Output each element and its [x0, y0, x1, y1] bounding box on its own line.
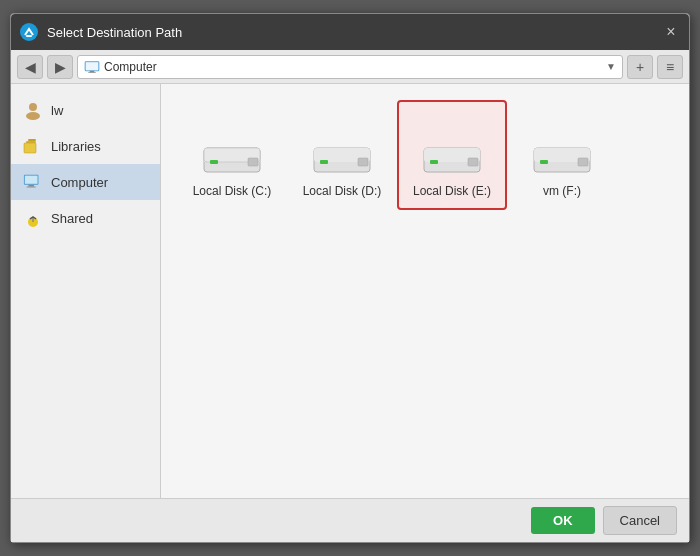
file-item-disk-c-label: Local Disk (C:) — [193, 184, 272, 198]
view-toggle-button[interactable]: ≡ — [657, 55, 683, 79]
svg-rect-8 — [24, 143, 36, 153]
address-bar[interactable]: Computer ▼ — [77, 55, 623, 79]
user-icon — [23, 100, 43, 120]
svg-rect-1 — [26, 35, 32, 37]
sidebar-item-libraries[interactable]: Libraries — [11, 128, 160, 164]
file-item-disk-f[interactable]: vm (F:) — [507, 100, 617, 210]
file-area: Local Disk (C:) Local Disk (D:) — [161, 84, 689, 498]
svg-rect-23 — [248, 158, 258, 166]
bottom-bar: OK Cancel — [11, 498, 689, 542]
svg-rect-5 — [88, 72, 96, 73]
file-item-disk-d[interactable]: Local Disk (D:) — [287, 100, 397, 210]
app-icon — [19, 22, 39, 42]
svg-rect-4 — [90, 70, 95, 72]
svg-rect-3 — [85, 61, 99, 70]
new-folder-button[interactable]: + — [627, 55, 653, 79]
dialog-title: Select Destination Path — [47, 25, 661, 40]
sidebar-item-lw-label: lw — [51, 103, 63, 118]
ok-button[interactable]: OK — [531, 507, 595, 534]
svg-rect-9 — [26, 141, 36, 143]
toolbar: ◀ ▶ Computer ▼ + ≡ — [11, 50, 689, 84]
svg-point-7 — [26, 112, 40, 120]
drive-icon-c — [200, 140, 264, 178]
drive-icon-e — [420, 140, 484, 178]
sidebar-item-computer-label: Computer — [51, 175, 108, 190]
file-item-disk-e[interactable]: Local Disk (E:) — [397, 100, 507, 210]
file-item-disk-e-label: Local Disk (E:) — [413, 184, 491, 198]
svg-rect-22 — [210, 160, 218, 164]
svg-point-0 — [20, 23, 38, 41]
sidebar-item-lw[interactable]: lw — [11, 92, 160, 128]
svg-rect-32 — [430, 160, 438, 164]
svg-rect-13 — [25, 176, 38, 184]
sidebar-item-shared[interactable]: Shared — [11, 200, 160, 236]
svg-rect-15 — [27, 187, 36, 188]
svg-rect-27 — [320, 160, 328, 164]
forward-button[interactable]: ▶ — [47, 55, 73, 79]
file-item-disk-f-label: vm (F:) — [543, 184, 581, 198]
address-text: Computer — [104, 60, 602, 74]
svg-rect-33 — [468, 158, 478, 166]
back-button[interactable]: ◀ — [17, 55, 43, 79]
monitor-icon — [84, 61, 100, 73]
svg-rect-38 — [578, 158, 588, 166]
toolbar-actions: + ≡ — [627, 55, 683, 79]
sidebar: lw Libraries — [11, 84, 161, 498]
svg-rect-37 — [540, 160, 548, 164]
svg-point-6 — [29, 103, 37, 111]
svg-rect-10 — [28, 139, 36, 141]
svg-rect-14 — [28, 185, 33, 187]
address-dropdown-icon[interactable]: ▼ — [606, 61, 616, 72]
dialog: Select Destination Path × ◀ ▶ Computer ▼… — [10, 13, 690, 543]
close-button[interactable]: × — [661, 22, 681, 42]
sidebar-item-shared-label: Shared — [51, 211, 93, 226]
libraries-icon — [23, 136, 43, 156]
drive-icon-d — [310, 140, 374, 178]
shared-icon — [23, 208, 43, 228]
file-item-disk-c[interactable]: Local Disk (C:) — [177, 100, 287, 210]
drive-icon-f — [530, 140, 594, 178]
cancel-button[interactable]: Cancel — [603, 506, 677, 535]
computer-icon — [23, 172, 43, 192]
sidebar-item-computer[interactable]: Computer — [11, 164, 160, 200]
file-item-disk-d-label: Local Disk (D:) — [303, 184, 382, 198]
title-bar: Select Destination Path × — [11, 14, 689, 50]
svg-rect-28 — [358, 158, 368, 166]
sidebar-item-libraries-label: Libraries — [51, 139, 101, 154]
main-area: lw Libraries — [11, 84, 689, 498]
